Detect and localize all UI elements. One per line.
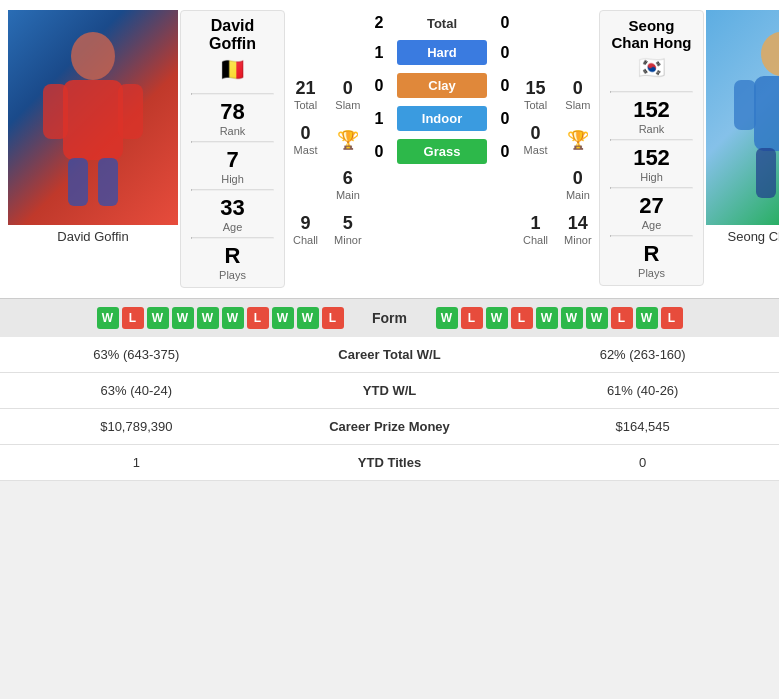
sep7 [610,187,693,189]
player2-chall-label: Chall [523,234,548,246]
form-badge: L [122,307,144,329]
player2-name-top-spacer [521,14,593,64]
player2-rank-block: 152 Rank [610,97,693,135]
player1-main-value: 6 [343,168,353,189]
form-badge: W [197,307,219,329]
player2-high-value: 152 [633,145,670,171]
player1-minor-value: 5 [343,213,353,234]
player1-main-cell: 6 Main [332,164,364,205]
player2-name: Seong Chan Hong [610,17,693,51]
player2-age-block: 27 Age [610,193,693,231]
player1-mast-value: 0 [301,123,311,144]
player1-minor-label: Minor [334,234,362,246]
trophy-icon-right: 🏆 [567,129,589,151]
player2-prize: $164,545 [506,409,779,445]
player1-titles: 1 [0,445,273,481]
player1-photo-wrapper: David Goffin [8,10,178,248]
player2-total-value: 15 [526,78,546,99]
indoor-button[interactable]: Indoor [397,106,487,131]
player1-stats-panel: David Goffin 🇧🇪 78 Rank 7 High 33 Age [180,10,285,288]
player2-slam-value: 0 [573,78,583,99]
grass-score-right: 0 [493,143,517,161]
ytd-wl-label: YTD W/L [273,373,507,409]
player1-rank-label: Rank [220,125,246,137]
titles-label: YTD Titles [273,445,507,481]
player2-rank-label: Rank [639,123,665,135]
player2-name-block: Seong Chan Hong 🇰🇷 [610,17,693,87]
player1-age-label: Age [223,221,243,233]
grass-score-left: 0 [367,143,391,161]
player1-name-top [291,14,363,64]
player2-minor-cell: 14 Minor [562,209,594,250]
player1-trophy-cell: 🏆 [332,119,364,160]
form-badge: L [247,307,269,329]
form-badge: L [322,307,344,329]
hard-button[interactable]: Hard [397,40,487,65]
player2-wins-grid: 15 Total 0 Slam 0 Mast 🏆 0 Main [521,74,593,250]
clay-button[interactable]: Clay [397,73,487,98]
player1-minor-cell: 5 Minor [332,209,364,250]
svg-point-0 [71,32,115,80]
player1-age-value: 33 [220,195,244,221]
player2-flag: 🇰🇷 [638,55,665,81]
svg-rect-10 [756,148,776,198]
player2-mast-value: 0 [531,123,541,144]
player2-rank-value: 152 [633,97,670,123]
player2-photo-wrapper: Seong Chan Hong [706,10,779,248]
player1-flag: 🇧🇪 [219,57,246,83]
player2-plays-block: R Plays [610,241,693,279]
hard-score-right: 0 [493,44,517,62]
form-badge: W [536,307,558,329]
total-score-right: 0 [493,14,517,32]
form-badge: L [511,307,533,329]
svg-rect-4 [68,158,88,206]
grass-row: 0 Grass 0 [367,139,517,164]
grass-button[interactable]: Grass [397,139,487,164]
player2-mast-cell: 0 Mast [521,119,550,160]
player2-minor-label: Minor [564,234,592,246]
form-section: WLWWWWLWWL Form WLWLWWWLWL [0,298,779,337]
player1-mast-label: Mast [294,144,318,156]
player1-career-wl: 63% (643-375) [0,337,273,373]
player2-total-label: Total [524,99,547,111]
hard-row: 1 Hard 0 [367,40,517,65]
player2-minor-value: 14 [568,213,588,234]
total-score-left: 2 [367,14,391,32]
svg-rect-3 [118,84,143,139]
player2-trophy-cell: 🏆 [562,119,594,160]
player1-prize: $10,789,390 [0,409,273,445]
player1-chall-value: 9 [301,213,311,234]
form-badge: W [297,307,319,329]
career-wl-row: 63% (643-375) Career Total W/L 62% (263-… [0,337,779,373]
player1-high-value: 7 [226,147,238,173]
player1-plays-label: Plays [219,269,246,281]
player1-wins-grid: 21 Total 0 Slam 0 Mast 🏆 6 Main [291,74,363,250]
player1-high-label: High [221,173,244,185]
player2-chall-value: 1 [531,213,541,234]
prize-row: $10,789,390 Career Prize Money $164,545 [0,409,779,445]
player2-photo [706,10,779,225]
player2-stats-panel: Seong Chan Hong 🇰🇷 152 Rank 152 High 27 … [599,10,704,286]
form-badge: W [172,307,194,329]
player2-form-badges: WLWLWWWLWL [436,307,768,329]
svg-point-6 [761,32,779,76]
sep4 [191,237,274,239]
player1-form-badges: WLWWWWLWWL [12,307,344,329]
svg-rect-5 [98,158,118,206]
svg-rect-7 [754,76,779,151]
player2-slam-label: Slam [565,99,590,111]
form-badge: W [486,307,508,329]
sep8 [610,235,693,237]
sep3 [191,189,274,191]
titles-row: 1 YTD Titles 0 [0,445,779,481]
form-badge: L [461,307,483,329]
player1-slam-cell: 0 Slam [332,74,364,115]
svg-rect-8 [734,80,756,130]
player2-total-cell: 15 Total [521,74,550,115]
player1-title-stats: 21 Total 0 Slam 0 Mast 🏆 6 Main [287,10,367,254]
player2-age-label: Age [642,219,662,231]
player2-main-cell: 0 Main [562,164,594,205]
indoor-row: 1 Indoor 0 [367,106,517,131]
ytd-wl-row: 63% (40-24) YTD W/L 61% (40-26) [0,373,779,409]
player2-ytd-wl: 61% (40-26) [506,373,779,409]
